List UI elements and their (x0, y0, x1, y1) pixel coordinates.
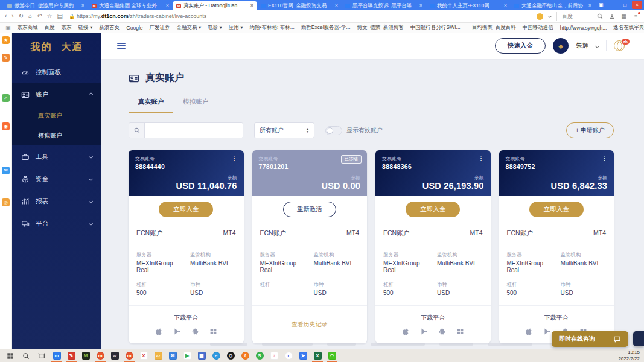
taskbar-app[interactable]: m (93, 349, 107, 362)
browser-tab[interactable]: FX110官网_金融投资交易_ × (257, 1, 342, 10)
bookmark-item[interactable]: 勤哲Excel服务器-学... (301, 24, 351, 31)
bookmark-item[interactable]: 广发证券 (150, 24, 170, 31)
quick-deposit-button[interactable]: 快速入金 (495, 38, 546, 54)
side-strip-icon[interactable]: ★ (2, 36, 10, 44)
chevron-down-icon[interactable] (548, 14, 552, 18)
bookmark-item[interactable]: 一目均衡表_百度百科 (467, 24, 516, 31)
tab-close-icon[interactable]: × (250, 3, 253, 8)
forward-icon[interactable]: › (11, 13, 13, 19)
android-icon[interactable] (438, 328, 446, 335)
menu-icon[interactable]: ≡ (633, 13, 639, 20)
search-icon[interactable] (596, 13, 603, 20)
tab-close-icon[interactable]: × (419, 3, 422, 8)
bookmark-item[interactable]: 链接 ▾ (78, 24, 93, 31)
kebab-menu-icon[interactable]: ⋮ (601, 154, 608, 162)
apps-grid-icon[interactable]: ▦ (620, 13, 627, 20)
side-strip-icon[interactable]: ✉ (2, 167, 10, 174)
taskbar-app[interactable]: ◗ (281, 349, 296, 362)
taskbar-app[interactable]: f (238, 349, 252, 362)
download-icon[interactable] (608, 13, 615, 20)
sidebar-item-dashboard[interactable]: 控制面板 (12, 61, 101, 83)
view-history-link[interactable]: 查看历史记录 (292, 320, 328, 329)
taskbar-app[interactable]: m (122, 349, 136, 362)
account-tab[interactable]: 真实账户 (129, 98, 173, 113)
taskbar-app[interactable]: w (107, 349, 122, 362)
browser-tab[interactable]: M 大通金融集团 全球专业外 × (88, 1, 173, 10)
sidebar-subitem[interactable]: 真实账户 (12, 106, 101, 125)
browser-tab[interactable]: 大通金融不给出金，前后协 × (511, 1, 595, 10)
bookmark-item[interactable]: 京东商城 (18, 24, 38, 31)
rewards-coin-icon[interactable] (537, 13, 543, 20)
bookmark-item[interactable]: 中国移动通信 (523, 24, 553, 31)
android-icon[interactable] (191, 328, 199, 335)
taskbar-app[interactable]: X (136, 349, 151, 362)
deposit-now-button[interactable]: 立即入金 (529, 202, 584, 217)
chevron-down-icon[interactable] (595, 43, 599, 48)
window-close-button[interactable]: × (632, 1, 642, 9)
undo-icon[interactable]: ↶ (37, 13, 42, 19)
taskbar-app[interactable]: ▶ (180, 349, 194, 362)
taskbar-app[interactable]: ♪ (267, 349, 281, 362)
window-minimize-button[interactable]: – (608, 1, 618, 9)
bookmark-item[interactable]: 电影 ▾ (208, 24, 222, 31)
sidebar-item-platforms[interactable]: 平台 (12, 212, 101, 235)
taskbar-app[interactable]: m (49, 349, 64, 362)
window-panel-icon[interactable]: ▣ (596, 1, 606, 9)
taskbar-app[interactable]: ✎ (64, 349, 78, 362)
tab-close-icon[interactable]: × (166, 3, 169, 8)
active-accounts-toggle[interactable] (325, 126, 342, 135)
bookmark-star-icon[interactable]: ☆ (47, 13, 53, 19)
url-box[interactable]: 🔒 https://my.dt1cn.com/zh/traders-cabine… (69, 13, 206, 19)
avatar[interactable]: ◆ (553, 38, 569, 54)
taskbar-app[interactable]: ▦ (194, 349, 209, 362)
apple-icon[interactable] (525, 328, 533, 335)
bookmark-item[interactable]: 百度 (45, 24, 55, 31)
bookmarks-panel-icon[interactable]: ▣ (5, 25, 11, 31)
taskbar-app[interactable]: S (252, 349, 267, 362)
browser-tab[interactable]: 傲游今日_傲游用户专属的 × (4, 1, 88, 10)
request-account-button[interactable]: + 申请账户 (566, 122, 614, 138)
taskbar-search-button[interactable] (18, 349, 34, 362)
bookmark-item[interactable]: 博文_德荣_新浪博客 (357, 24, 404, 31)
chat-launcher-button[interactable] (633, 331, 644, 346)
bookmark-item[interactable]: 逸名在线字典: "燕... (613, 24, 644, 31)
apple-icon[interactable] (155, 328, 163, 335)
taskbar-app[interactable]: ✉ (165, 349, 180, 362)
tab-close-icon[interactable]: × (504, 3, 507, 8)
language-selector[interactable]: zh (614, 39, 628, 52)
side-strip-icon[interactable]: ◎ (2, 198, 10, 206)
side-strip-icon[interactable]: ✎ (2, 54, 10, 62)
google-play-icon[interactable] (543, 328, 551, 335)
taskbar-app[interactable]: ▱ (151, 349, 165, 362)
browser-tab[interactable]: 我的个人主页-FX110网 × (426, 1, 511, 10)
reading-list-icon[interactable]: ▤ (57, 13, 62, 19)
taskbar-app[interactable]: ◠ (325, 349, 339, 362)
taskbar-app[interactable]: Q (223, 349, 238, 362)
bookmark-item[interactable]: Google (126, 25, 142, 31)
taskbar-clock[interactable]: 13:15 2022/2/22 (618, 349, 644, 362)
sidebar-item-funds[interactable]: 资金 (12, 168, 101, 190)
side-strip-icon[interactable]: ◉ (2, 122, 10, 130)
taskbar-app[interactable]: e (209, 349, 223, 362)
task-view-button[interactable] (34, 349, 49, 362)
tab-close-icon[interactable]: × (335, 3, 338, 8)
bookmark-item[interactable]: 金融交易 ▾ (177, 24, 202, 31)
start-button[interactable] (2, 349, 18, 362)
accounts-search-input[interactable] (145, 123, 243, 138)
browser-tab[interactable]: M 真实账户 - Datongjituan × (173, 1, 257, 10)
windows-icon[interactable] (456, 328, 464, 335)
sidebar-item-reports[interactable]: 报表 (12, 190, 101, 212)
sidebar-item-tools[interactable]: 工具 (12, 145, 101, 168)
kebab-menu-icon[interactable]: ⋮ (231, 154, 238, 162)
bookmark-item[interactable]: 约翰•布林格: 布林... (250, 24, 295, 31)
tab-close-icon[interactable]: × (588, 3, 591, 8)
sidebar-item-accounts[interactable]: 账户 (12, 83, 101, 106)
reactivate-button[interactable]: 重新激活 (283, 202, 336, 217)
deposit-now-button[interactable]: 立即入金 (159, 202, 213, 217)
live-chat-widget[interactable]: 即时在线咨询 (552, 331, 628, 347)
reload-icon[interactable]: ↻ (19, 13, 24, 19)
kebab-menu-icon[interactable]: ⋮ (478, 154, 485, 162)
google-play-icon[interactable] (173, 328, 181, 335)
bookmark-item[interactable]: 京东 (62, 24, 72, 31)
bookmark-item[interactable]: http://www.sywgqh... (560, 25, 607, 31)
